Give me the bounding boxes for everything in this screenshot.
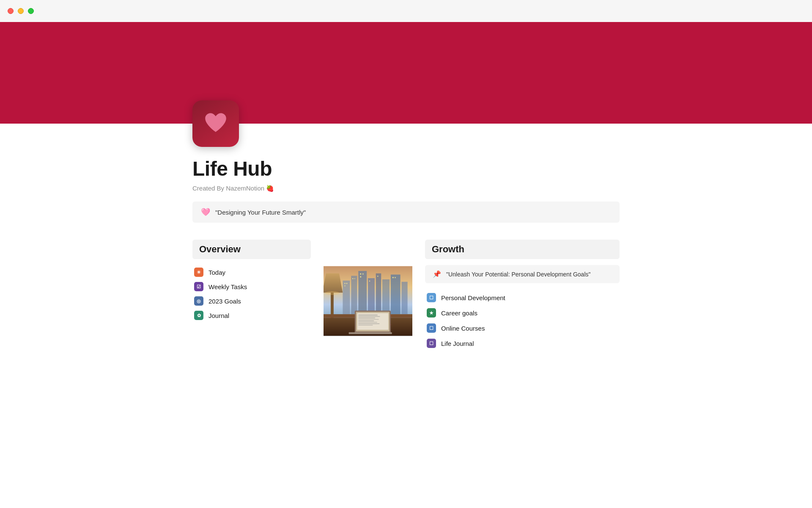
courses-icon: ☐ [427, 323, 436, 333]
career-icon: ★ [427, 308, 436, 318]
page-title: Life Hub [192, 157, 620, 180]
photo-column [324, 240, 412, 362]
svg-rect-19 [392, 277, 394, 278]
today-icon: ☀ [194, 268, 203, 277]
svg-rect-5 [376, 273, 381, 314]
minimize-button[interactable] [18, 8, 24, 14]
weekly-label: Weekly Tasks [208, 283, 247, 290]
journal-icon: ✿ [194, 311, 203, 320]
overview-section-header: Overview [192, 240, 311, 259]
goals-icon: ◎ [194, 296, 203, 306]
city-photo-container [324, 240, 412, 362]
heart-icon [203, 110, 229, 137]
life-journal-label: Life Journal [441, 340, 474, 347]
overview-item-weekly[interactable]: ☑ Weekly Tasks [192, 279, 311, 294]
quote-text: "Designing Your Future Smartly" [215, 209, 306, 216]
growth-item-courses[interactable]: ☐ Online Courses [425, 320, 620, 336]
titlebar [0, 0, 812, 22]
svg-rect-11 [344, 285, 345, 286]
growth-item-life-journal[interactable]: ☐ Life Journal [425, 336, 620, 351]
svg-rect-37 [358, 318, 375, 318]
maximize-button[interactable] [28, 8, 34, 14]
svg-rect-14 [360, 273, 361, 275]
page-icon-wrap [192, 100, 620, 147]
growth-item-career[interactable]: ★ Career goals [425, 305, 620, 320]
svg-rect-38 [358, 319, 379, 320]
journal-label: Journal [208, 312, 229, 319]
svg-rect-41 [358, 323, 379, 324]
svg-rect-20 [395, 277, 396, 278]
svg-rect-7 [391, 275, 401, 315]
today-label: Today [208, 269, 225, 276]
courses-label: Online Courses [441, 325, 485, 332]
svg-rect-1 [343, 281, 350, 314]
growth-quote-box: 📌 "Unleash Your Potential: Personal Deve… [425, 265, 620, 283]
career-label: Career goals [441, 309, 477, 317]
overview-column: Overview ☀ Today ☑ Weekly Tasks ◎ 2023 G… [192, 240, 311, 323]
growth-item-personal-dev[interactable]: ☐ Personal Development [425, 290, 620, 305]
svg-rect-4 [368, 278, 375, 314]
svg-rect-2 [351, 276, 357, 314]
svg-rect-10 [346, 283, 347, 284]
svg-rect-40 [358, 322, 377, 323]
svg-rect-39 [358, 320, 374, 321]
page-subtitle: Created By NazemNotion 🍓 [192, 185, 620, 192]
svg-rect-34 [357, 313, 388, 330]
svg-rect-6 [382, 279, 390, 314]
personal-dev-icon: ☐ [427, 293, 436, 302]
growth-quote-text: "Unleash Your Potential: Personal Develo… [446, 271, 590, 278]
svg-rect-17 [369, 281, 370, 282]
svg-rect-9 [344, 283, 345, 284]
svg-rect-16 [360, 276, 361, 278]
svg-rect-35 [358, 315, 377, 315]
svg-rect-18 [377, 276, 378, 276]
columns-layout: Overview ☀ Today ☑ Weekly Tasks ◎ 2023 G… [192, 240, 620, 362]
quote-box: 🩷 "Designing Your Future Smartly" [192, 202, 620, 223]
goals-label: 2023 Goals [208, 298, 241, 305]
growth-section-header: Growth [425, 240, 620, 259]
growth-column: Growth 📌 "Unleash Your Potential: Person… [425, 240, 620, 351]
svg-rect-8 [401, 282, 407, 315]
svg-rect-12 [352, 278, 353, 279]
city-photo [324, 240, 412, 362]
svg-rect-15 [362, 273, 364, 275]
life-journal-icon: ☐ [427, 339, 436, 348]
pin-emoji: 📌 [433, 270, 441, 278]
quote-emoji: 🩷 [201, 207, 210, 217]
personal-dev-label: Personal Development [441, 294, 505, 301]
svg-rect-42 [358, 325, 373, 326]
overview-item-goals[interactable]: ◎ 2023 Goals [192, 294, 311, 308]
weekly-icon: ☑ [194, 282, 203, 291]
svg-point-23 [325, 291, 339, 295]
close-button[interactable] [8, 8, 14, 14]
svg-rect-13 [354, 278, 355, 279]
overview-item-journal[interactable]: ✿ Journal [192, 308, 311, 323]
overview-item-today[interactable]: ☀ Today [192, 265, 311, 279]
svg-rect-3 [358, 271, 367, 314]
content-area: Life Hub Created By NazemNotion 🍓 🩷 "Des… [152, 100, 660, 362]
svg-rect-43 [349, 332, 392, 334]
page-icon [192, 100, 239, 147]
svg-rect-36 [358, 316, 380, 317]
